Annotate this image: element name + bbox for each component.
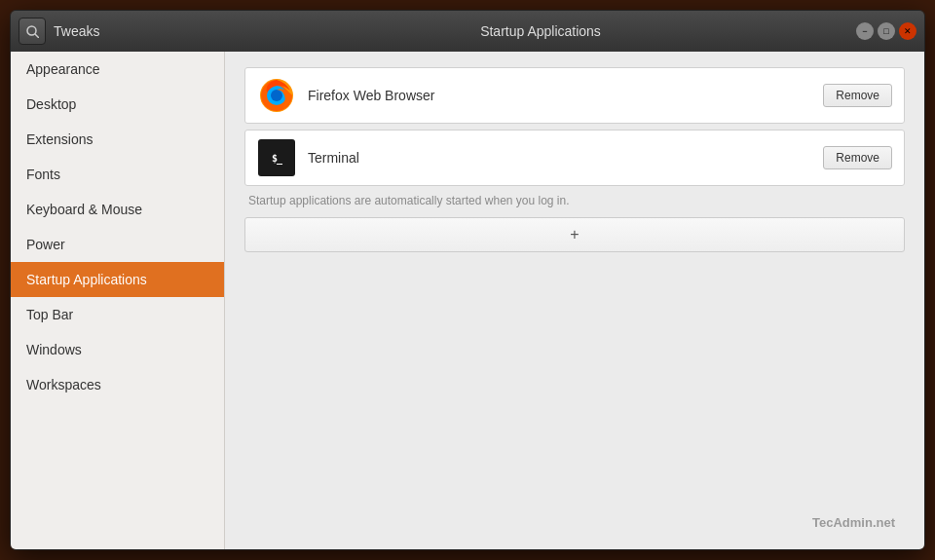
svg-point-0 xyxy=(27,26,36,35)
app-row-firefox: Firefox Web Browser Remove xyxy=(244,67,905,124)
remove-terminal-button[interactable]: Remove xyxy=(823,146,892,169)
titlebar: Tweaks Startup Applications − □ ✕ xyxy=(11,11,924,52)
firefox-app-name: Firefox Web Browser xyxy=(308,88,823,103)
sidebar-item-extensions[interactable]: Extensions xyxy=(11,122,224,157)
sidebar: Appearance Desktop Extensions Fonts Keyb… xyxy=(11,52,225,549)
minimize-button[interactable]: − xyxy=(856,22,874,40)
titlebar-left: Tweaks xyxy=(11,18,225,45)
maximize-button[interactable]: □ xyxy=(878,22,895,40)
sidebar-item-fonts[interactable]: Fonts xyxy=(11,157,224,192)
sidebar-item-top-bar[interactable]: Top Bar xyxy=(11,297,224,332)
info-text: Startup applications are automatically s… xyxy=(248,194,905,207)
app-name: Tweaks xyxy=(54,23,99,39)
content-panel: Firefox Web Browser Remove $_ Terminal R… xyxy=(225,52,924,549)
app-row-terminal: $_ Terminal Remove xyxy=(244,130,905,186)
sidebar-item-workspaces[interactable]: Workspaces xyxy=(11,367,224,402)
svg-point-4 xyxy=(271,90,282,101)
sidebar-item-startup-applications[interactable]: Startup Applications xyxy=(11,262,224,297)
sidebar-item-desktop[interactable]: Desktop xyxy=(11,87,224,122)
main-content: Appearance Desktop Extensions Fonts Keyb… xyxy=(11,52,924,549)
main-window: Tweaks Startup Applications − □ ✕ Appear… xyxy=(10,10,925,550)
sidebar-item-keyboard-mouse[interactable]: Keyboard & Mouse xyxy=(11,192,224,227)
firefox-icon xyxy=(257,76,296,115)
window-controls: − □ ✕ xyxy=(856,22,924,40)
remove-firefox-button[interactable]: Remove xyxy=(823,84,892,107)
sidebar-item-power[interactable]: Power xyxy=(11,227,224,262)
page-title: Startup Applications xyxy=(225,23,856,39)
terminal-app-name: Terminal xyxy=(308,150,823,166)
add-app-button[interactable]: + xyxy=(244,217,905,252)
watermark: TecAdmin.net xyxy=(812,515,895,530)
search-button[interactable] xyxy=(19,18,46,45)
close-button[interactable]: ✕ xyxy=(899,22,916,40)
svg-line-1 xyxy=(35,34,39,38)
terminal-icon: $_ xyxy=(257,138,296,177)
sidebar-item-appearance[interactable]: Appearance xyxy=(11,52,224,87)
sidebar-item-windows[interactable]: Windows xyxy=(11,332,224,367)
